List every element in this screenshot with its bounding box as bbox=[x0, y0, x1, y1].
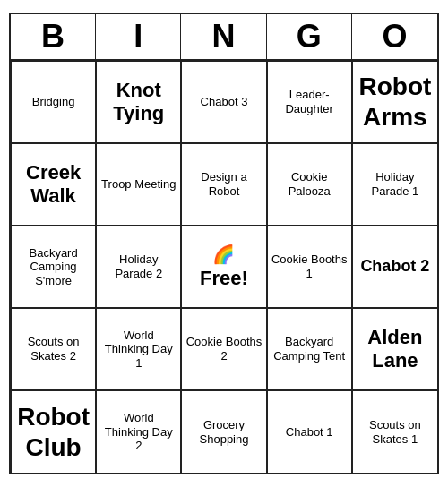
cell-text: Holiday Parade 1 bbox=[357, 170, 434, 198]
bingo-cell: Chabot 2 bbox=[352, 226, 437, 308]
bingo-cell: Robot Arms bbox=[352, 61, 437, 143]
bingo-cell: 🌈Free! bbox=[181, 226, 266, 308]
bingo-cell: Creek Walk bbox=[11, 143, 96, 226]
cell-text: Backyard Camping S'more bbox=[15, 246, 91, 288]
cell-text: Design a Robot bbox=[185, 170, 262, 198]
cell-text: Knot Tying bbox=[100, 79, 177, 126]
cell-text: Troop Meeting bbox=[101, 177, 176, 192]
header-letter: I bbox=[96, 14, 181, 59]
bingo-cell: Leader-Daughter bbox=[267, 61, 352, 143]
cell-text: Scouts on Skates 1 bbox=[357, 418, 434, 446]
bingo-cell: Grocery Shopping bbox=[181, 390, 266, 473]
cell-text: Grocery Shopping bbox=[185, 418, 262, 446]
bingo-card: BINGO BridgingKnot TyingChabot 3Leader-D… bbox=[9, 13, 439, 474]
bingo-cell: Robot Club bbox=[11, 390, 96, 473]
bingo-cell: Cookie Palooza bbox=[267, 143, 352, 226]
bingo-cell: Holiday Parade 1 bbox=[352, 143, 437, 226]
cell-text: Cookie Palooza bbox=[271, 170, 348, 198]
header-letter: G bbox=[267, 14, 352, 59]
bingo-cell: Scouts on Skates 2 bbox=[11, 308, 96, 390]
cell-text: Scouts on Skates 2 bbox=[15, 335, 91, 363]
cell-text: World Thinking Day 1 bbox=[100, 329, 177, 371]
bingo-cell: World Thinking Day 2 bbox=[96, 390, 181, 473]
bingo-cell: Scouts on Skates 1 bbox=[352, 390, 437, 473]
header-letter: O bbox=[352, 14, 437, 59]
bingo-cell: Alden Lane bbox=[352, 308, 437, 390]
cell-text: Alden Lane bbox=[357, 326, 434, 373]
cell-text: Bridging bbox=[32, 95, 75, 109]
bingo-grid: BridgingKnot TyingChabot 3Leader-Daughte… bbox=[11, 61, 437, 473]
bingo-cell: Cookie Booths 2 bbox=[181, 308, 266, 390]
cell-text: Leader-Daughter bbox=[271, 88, 348, 115]
header-letter: B bbox=[11, 14, 96, 59]
cell-text: Cookie Booths 1 bbox=[271, 252, 348, 280]
cell-text: Robot Club bbox=[15, 402, 91, 462]
cell-text: Chabot 2 bbox=[360, 257, 429, 277]
cell-text: Backyard Camping Tent bbox=[271, 335, 348, 363]
cell-text: Creek Walk bbox=[15, 161, 91, 209]
free-text: Free! bbox=[200, 267, 248, 290]
bingo-cell: Chabot 1 bbox=[267, 390, 352, 473]
bingo-cell: Backyard Camping Tent bbox=[267, 308, 352, 390]
cell-text: Holiday Parade 2 bbox=[100, 252, 177, 280]
cell-text: World Thinking Day 2 bbox=[100, 411, 177, 453]
bingo-cell: World Thinking Day 1 bbox=[96, 308, 181, 390]
bingo-cell: Holiday Parade 2 bbox=[96, 226, 181, 308]
bingo-header: BINGO bbox=[11, 14, 437, 61]
cell-text: Robot Arms bbox=[357, 72, 434, 132]
cell-text: Chabot 1 bbox=[286, 425, 333, 440]
bingo-cell: Design a Robot bbox=[181, 143, 266, 226]
cell-text: Cookie Booths 2 bbox=[185, 335, 262, 363]
rainbow-icon: 🌈 bbox=[212, 244, 235, 265]
bingo-cell: Troop Meeting bbox=[96, 143, 181, 226]
cell-text: Chabot 3 bbox=[201, 95, 248, 109]
bingo-cell: Chabot 3 bbox=[181, 61, 266, 143]
bingo-cell: Backyard Camping S'more bbox=[11, 226, 96, 308]
bingo-cell: Knot Tying bbox=[96, 61, 181, 143]
bingo-cell: Cookie Booths 1 bbox=[267, 226, 352, 308]
bingo-cell: Bridging bbox=[11, 61, 96, 143]
header-letter: N bbox=[181, 14, 266, 59]
